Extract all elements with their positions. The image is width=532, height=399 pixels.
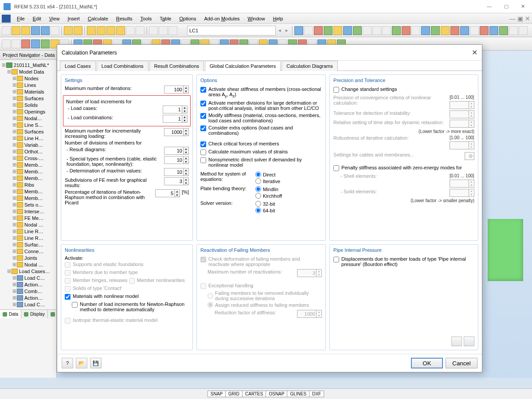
- maxmin-div-input[interactable]: 10: [164, 168, 184, 176]
- tree-node[interactable]: ⊞Model Data: [1, 68, 55, 75]
- app-menu-icon[interactable]: [2, 15, 11, 23]
- tree-node[interactable]: ⊞Sets o…: [1, 201, 55, 208]
- tree-node[interactable]: ⊞Line S…: [1, 121, 55, 128]
- navtab-data[interactable]: Data: [0, 310, 21, 318]
- load-defaults-button[interactable]: 📂: [76, 358, 87, 368]
- menu-table[interactable]: Table: [156, 15, 175, 22]
- loadcase-combo[interactable]: LC1: [187, 26, 276, 35]
- max-iter-input[interactable]: 100: [164, 86, 184, 94]
- cursor-icon[interactable]: [2, 39, 11, 48]
- mdi-close-icon[interactable]: ✕: [525, 15, 530, 22]
- tree-node[interactable]: ⊞Interse…: [1, 208, 55, 215]
- module11-icon[interactable]: [519, 26, 528, 35]
- tree-node[interactable]: ⊞FE Me…: [1, 215, 55, 221]
- menu-calculate[interactable]: Calculate: [84, 15, 112, 22]
- chk-materials-nonlin[interactable]: Materials with nonlinear model: [65, 293, 139, 300]
- chk-nonsym-solver[interactable]: Nonsymmetric direct solver if demanded b…: [200, 157, 322, 168]
- load-cases-incr-input[interactable]: 1: [163, 106, 182, 113]
- tree-node[interactable]: ⊞Load C…: [1, 274, 55, 281]
- layers-icon[interactable]: [168, 26, 177, 35]
- ok-button[interactable]: OK: [411, 358, 443, 368]
- module8-icon[interactable]: [489, 26, 498, 35]
- tree-node[interactable]: ⊞Load Cases…: [1, 268, 55, 274]
- lc-next-icon[interactable]: ▸: [284, 26, 290, 35]
- module7-icon[interactable]: [480, 26, 489, 35]
- tree-node[interactable]: ⊞Nodal…: [1, 115, 55, 121]
- save-icon[interactable]: [31, 26, 40, 35]
- details-button-1[interactable]: [451, 336, 462, 346]
- chk-auto-nr-increments[interactable]: Number of load increments for Newton-Rap…: [72, 301, 189, 312]
- tree-node[interactable]: ⊞Memb…: [1, 175, 55, 181]
- undo-icon[interactable]: [64, 26, 73, 35]
- mdi-minimize-icon[interactable]: —: [509, 15, 516, 22]
- status-dxf[interactable]: DXF: [309, 391, 324, 397]
- new-icon[interactable]: [2, 26, 11, 35]
- tables-icon[interactable]: [363, 26, 372, 35]
- tab-result-combinations[interactable]: Result Combinations: [149, 61, 204, 71]
- tree-node[interactable]: ⊞Memb…: [1, 168, 55, 175]
- radio-kirchhoff[interactable]: Kirchhoff: [255, 193, 282, 199]
- max-incr-input[interactable]: 1000: [164, 128, 184, 136]
- save-all-icon[interactable]: [41, 26, 50, 35]
- tree-node[interactable]: ⊞Orthot…: [1, 148, 55, 155]
- maximize-button[interactable]: ▢: [501, 3, 512, 10]
- result-diag-div-input[interactable]: 10: [164, 147, 184, 155]
- tree-node[interactable]: ⊞Solids: [1, 102, 55, 108]
- tab-load-cases[interactable]: Load Cases: [60, 61, 96, 71]
- menu-window[interactable]: Window: [244, 15, 269, 22]
- tree-node[interactable]: ⊞Line H…: [1, 135, 55, 141]
- member-icon[interactable]: [31, 39, 40, 48]
- tree-node[interactable]: ⊞Nodal …: [1, 261, 55, 268]
- tree-node[interactable]: ⊞Action…: [1, 294, 55, 301]
- status-grid[interactable]: GRID: [225, 391, 243, 397]
- zoom-extents-icon[interactable]: [116, 26, 125, 35]
- special-members-div-input[interactable]: 10: [164, 156, 184, 164]
- tab-calculation-diagrams[interactable]: Calculation Diagrams: [282, 61, 338, 71]
- menu-tools[interactable]: Tools: [137, 15, 155, 22]
- module10-icon[interactable]: [509, 26, 518, 35]
- module9-icon[interactable]: [499, 26, 508, 35]
- module5-icon[interactable]: [460, 26, 469, 35]
- tree-node[interactable]: ⊞Line R…: [1, 235, 55, 241]
- save-defaults-button[interactable]: 💾: [90, 358, 102, 368]
- deform-icon[interactable]: [314, 26, 323, 35]
- check-icon[interactable]: [402, 26, 411, 35]
- menu-file[interactable]: File: [13, 15, 28, 22]
- tree-node[interactable]: ⊞Ribs: [1, 181, 55, 188]
- chk-max-strains[interactable]: Calculate maximum values of strains: [200, 149, 288, 155]
- tree-node[interactable]: ⊞Load C…: [1, 301, 55, 308]
- chk-member-divisions[interactable]: Activate member divisions for large defo…: [200, 100, 322, 111]
- navtab-views[interactable]: Views: [48, 310, 57, 318]
- report-icon[interactable]: [411, 26, 420, 35]
- module6-icon[interactable]: [470, 26, 479, 35]
- module1-icon[interactable]: [421, 26, 430, 35]
- menu-edit[interactable]: Edit: [29, 15, 45, 22]
- tree-node[interactable]: ⊞Surfaces: [1, 95, 55, 102]
- tree-node[interactable]: ⊞Memb…: [1, 161, 55, 168]
- tab-global-calc-params[interactable]: Global Calculation Parameters: [205, 61, 281, 71]
- chk-change-standard[interactable]: Change standard settings: [333, 86, 397, 93]
- tree-node[interactable]: ⊞Line R…: [1, 228, 55, 235]
- moments-icon[interactable]: [333, 26, 342, 35]
- results-icon[interactable]: [304, 26, 313, 35]
- minimize-button[interactable]: —: [483, 3, 495, 10]
- help-button[interactable]: ?: [62, 358, 73, 368]
- tab-load-combinations[interactable]: Load Combinations: [97, 61, 149, 71]
- redo-icon[interactable]: [74, 26, 82, 35]
- menu-results[interactable]: Results: [113, 15, 136, 22]
- module4-icon[interactable]: [450, 26, 459, 35]
- calc-icon[interactable]: [294, 26, 303, 35]
- radio-64bit[interactable]: 64-bit: [255, 207, 275, 213]
- open-folder-icon[interactable]: [21, 26, 30, 35]
- node-icon[interactable]: [21, 39, 30, 48]
- tree-node[interactable]: ⊞Surfac…: [1, 241, 55, 248]
- module3-icon[interactable]: [441, 26, 450, 35]
- menu-options[interactable]: Options: [176, 15, 200, 22]
- tree-node[interactable]: ⊞Cross-…: [1, 155, 55, 161]
- dialog-close-icon[interactable]: ✕: [472, 48, 477, 57]
- tree-node[interactable]: ⊞Nodal …: [1, 221, 55, 228]
- tree-node[interactable]: ⊞Materials: [1, 88, 55, 95]
- tree-node[interactable]: ⊞Nodes: [1, 75, 55, 82]
- load-combo-incr-input[interactable]: 1: [163, 115, 182, 123]
- tree-node[interactable]: ⊞210111_MatNL*: [1, 62, 55, 68]
